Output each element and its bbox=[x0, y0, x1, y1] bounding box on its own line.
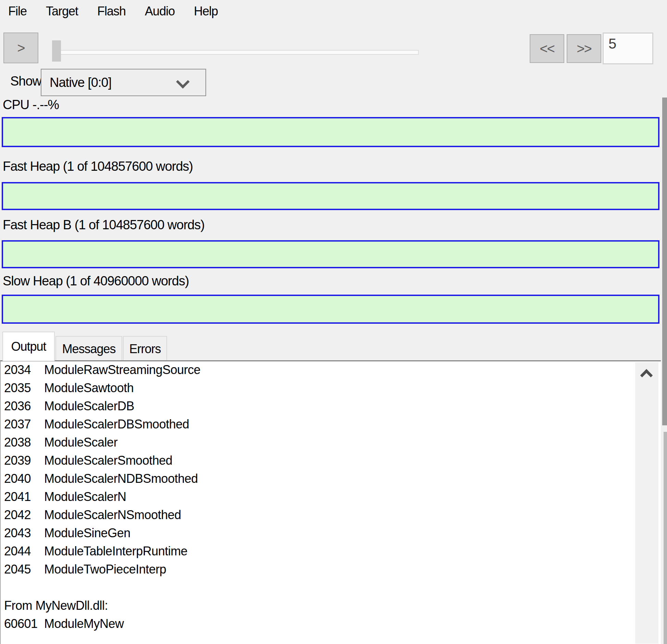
output-line: 2043ModuleSineGen bbox=[1, 526, 661, 544]
output-text: From MyNewDll.dll: bbox=[1, 598, 108, 613]
fast-heap-meter-bar bbox=[2, 182, 659, 210]
module-name: ModuleScaler bbox=[44, 435, 117, 450]
output-pane[interactable]: 2034ModuleRawStreamingSource2035ModuleSa… bbox=[0, 360, 661, 644]
output-line: 60601ModuleMyNew bbox=[1, 617, 661, 635]
output-scrollbar[interactable] bbox=[635, 362, 658, 644]
module-id: 2037 bbox=[1, 417, 44, 432]
module-name: ModuleMyNew bbox=[44, 617, 124, 631]
tab-output[interactable]: Output bbox=[2, 332, 55, 361]
module-name: ModuleTableInterpRuntime bbox=[44, 544, 187, 558]
module-id: 2044 bbox=[1, 544, 44, 558]
output-line: 2042ModuleScalerNSmoothed bbox=[1, 508, 661, 526]
module-id: 2040 bbox=[1, 472, 44, 486]
output-text-line: From MyNewDll.dll: bbox=[1, 598, 661, 617]
menu-bar: File Target Flash Audio Help bbox=[6, 3, 220, 19]
menu-audio[interactable]: Audio bbox=[143, 3, 177, 19]
window-scrollbar-thumb-lower[interactable] bbox=[664, 432, 667, 644]
module-name: ModuleScalerSmoothed bbox=[44, 453, 172, 468]
step-back-button[interactable]: << bbox=[530, 34, 564, 63]
cpu-usage-label: CPU -.--% bbox=[3, 98, 59, 112]
module-name: ModuleScalerDB bbox=[44, 399, 134, 413]
menu-help[interactable]: Help bbox=[192, 3, 220, 19]
output-line: 2037ModuleScalerDBSmoothed bbox=[1, 417, 661, 435]
module-id: 2042 bbox=[1, 508, 44, 522]
menu-file[interactable]: File bbox=[6, 3, 29, 19]
output-line: 2035ModuleSawtooth bbox=[1, 381, 661, 399]
show-label: Show: bbox=[10, 74, 45, 89]
output-list: 2034ModuleRawStreamingSource2035ModuleSa… bbox=[1, 361, 661, 635]
window-scrollbar[interactable] bbox=[661, 0, 667, 644]
module-name: ModuleScalerNSmoothed bbox=[44, 508, 181, 522]
double-chevron-right-icon: >> bbox=[577, 41, 591, 56]
step-button[interactable]: > bbox=[3, 33, 38, 63]
position-slider-thumb[interactable] bbox=[52, 40, 61, 62]
module-id: 2043 bbox=[1, 526, 44, 540]
step-count-input[interactable]: 5 bbox=[603, 33, 653, 64]
step-arrow-icon: > bbox=[17, 40, 24, 56]
show-target-dropdown[interactable]: Native [0:0] bbox=[41, 69, 206, 96]
slow-heap-meter-bar bbox=[2, 295, 659, 324]
output-line: 2038ModuleScaler bbox=[1, 435, 661, 453]
output-line: 2040ModuleScalerNDBSmoothed bbox=[1, 472, 661, 490]
step-forward-button[interactable]: >> bbox=[567, 34, 601, 63]
output-line: 2045ModuleTwoPieceInterp bbox=[1, 562, 661, 580]
output-text-line bbox=[1, 580, 661, 598]
fast-heap-label: Fast Heap (1 of 104857600 words) bbox=[3, 159, 193, 174]
module-name: ModuleScalerDBSmoothed bbox=[44, 417, 189, 432]
module-id: 2035 bbox=[1, 381, 44, 395]
window-scrollbar-thumb[interactable] bbox=[662, 98, 667, 425]
app-window: File Target Flash Audio Help > << >> 5 S… bbox=[0, 0, 667, 644]
scroll-up-icon[interactable] bbox=[640, 369, 653, 382]
menu-target[interactable]: Target bbox=[44, 3, 80, 19]
module-name: ModuleSineGen bbox=[44, 526, 130, 540]
fast-heap-b-meter-bar bbox=[2, 240, 659, 268]
module-name: ModuleSawtooth bbox=[44, 381, 134, 395]
module-name: ModuleRawStreamingSource bbox=[44, 363, 200, 377]
output-line: 2039ModuleScalerSmoothed bbox=[1, 453, 661, 472]
module-id: 60601 bbox=[1, 617, 44, 631]
cpu-meter-bar bbox=[2, 117, 659, 147]
module-name: ModuleScalerNDBSmoothed bbox=[44, 472, 198, 486]
double-chevron-left-icon: << bbox=[540, 41, 554, 56]
chevron-down-icon bbox=[176, 75, 190, 89]
module-name: ModuleScalerN bbox=[44, 490, 126, 504]
position-slider-track[interactable] bbox=[52, 50, 419, 55]
slow-heap-label: Slow Heap (1 of 40960000 words) bbox=[3, 274, 189, 288]
module-id: 2045 bbox=[1, 562, 44, 577]
show-dropdown-value: Native [0:0] bbox=[50, 75, 111, 90]
module-id: 2036 bbox=[1, 399, 44, 413]
menu-flash[interactable]: Flash bbox=[95, 3, 128, 19]
tab-errors[interactable]: Errors bbox=[123, 336, 167, 361]
output-line: 2041ModuleScalerN bbox=[1, 490, 661, 508]
fast-heap-b-label: Fast Heap B (1 of 104857600 words) bbox=[3, 218, 204, 232]
tab-messages[interactable]: Messages bbox=[55, 336, 122, 361]
module-name: ModuleTwoPieceInterp bbox=[44, 562, 166, 577]
output-line: 2036ModuleScalerDB bbox=[1, 399, 661, 417]
output-line: 2044ModuleTableInterpRuntime bbox=[1, 544, 661, 562]
output-line: 2034ModuleRawStreamingSource bbox=[1, 363, 661, 381]
module-id: 2041 bbox=[1, 490, 44, 504]
module-id: 2038 bbox=[1, 435, 44, 450]
module-id: 2034 bbox=[1, 363, 44, 377]
module-id: 2039 bbox=[1, 453, 44, 468]
